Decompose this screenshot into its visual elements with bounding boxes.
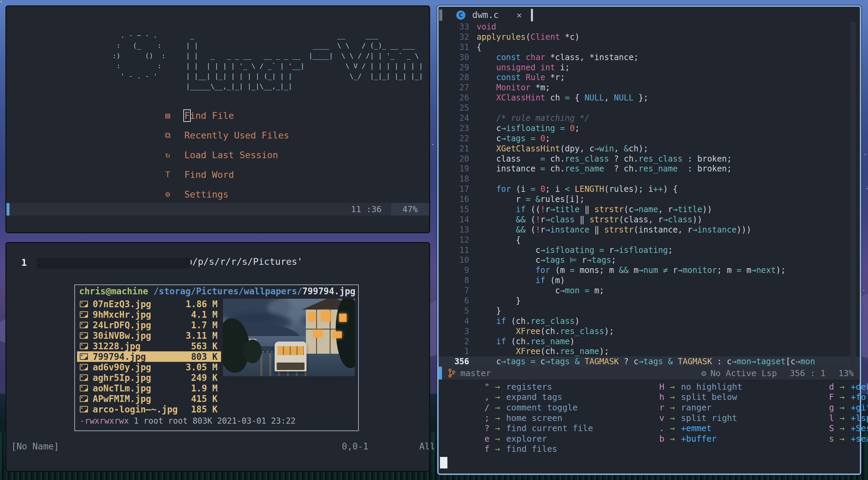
- menu-item-find-file[interactable]: ▤Find File: [162, 106, 289, 125]
- code-text: class = ch.res_class ? ch.res_class : br…: [477, 154, 732, 164]
- buffer-line-1[interactable]: 1: [6, 257, 27, 268]
- file-name: 24LrDFQ.jpg: [93, 320, 191, 330]
- menu-item-label: Find Word: [184, 169, 234, 180]
- scrollbar[interactable]: [850, 22, 856, 367]
- lsp-status: No Active Lsp: [710, 368, 777, 378]
- code-text: Monitor *m;: [477, 83, 550, 92]
- line-number: 17: [439, 184, 477, 194]
- file-row[interactable]: 30iNVBw.jpg3.11 M: [77, 330, 221, 341]
- image-file-icon: [80, 301, 88, 307]
- code-text: && (!r→instance ‖ strstr(instance, r→ins…: [477, 225, 751, 235]
- code-line: 10 c→tags ⊨ r→tags;: [439, 255, 860, 265]
- window-lunarvim-dashboard: . - ~ - . _ __ ___ : (_ : | | ____ \ \ /…: [5, 5, 430, 233]
- menu-item-label: Settings: [184, 189, 228, 200]
- file-row-selected[interactable]: 799794.jpg803 K: [77, 351, 221, 362]
- whichkey-label: ranger: [681, 403, 712, 412]
- image-file-icon: [80, 406, 88, 412]
- code-text: if ((!r→title ‖ strstr(c→name, r→title)): [477, 205, 712, 214]
- preview-lit-window: [332, 331, 342, 338]
- line-number: 33: [439, 22, 477, 32]
- menu-item-settings[interactable]: ⚙Settings: [162, 184, 289, 204]
- whichkey-key: ;: [439, 413, 490, 423]
- whichkey-label: +fold: [851, 392, 868, 402]
- file-size: 1.7 M: [191, 320, 221, 330]
- file-size: 249 K: [191, 373, 221, 383]
- code-text: }: [477, 306, 501, 316]
- file-row[interactable]: aghr5Ip.jpg249 K: [77, 372, 221, 383]
- code-line: 21 XGetClassHint(dpy, c→win, &ch);: [439, 144, 860, 154]
- lsp-icon: ⚙: [701, 368, 706, 378]
- file-icon: ▤: [162, 111, 173, 120]
- image-file-icon: [80, 374, 88, 381]
- file-row[interactable]: 31228.jpg563 K: [77, 341, 221, 351]
- file-name: ad6v90y.jpg: [93, 362, 186, 372]
- line-number: 10: [439, 255, 477, 265]
- preview-lit-window: [339, 314, 347, 322]
- file-row[interactable]: 9hMxcHr.jpg4.1 M: [77, 309, 221, 320]
- code-text: const char *class, *instance;: [477, 53, 639, 62]
- line-number: 14: [439, 215, 477, 224]
- image-file-icon: [80, 322, 88, 328]
- file-row[interactable]: 07nEzQ3.jpg1.86 M: [77, 299, 221, 309]
- menu-item-load-last-session[interactable]: ↻Load Last Session: [162, 145, 289, 165]
- code-text: c→isfloating = r→isfloating;: [477, 245, 673, 255]
- arrow-icon: →: [670, 392, 675, 402]
- preview-cable-car: [275, 341, 307, 371]
- file-row[interactable]: 24LrDFQ.jpg1.7 M: [77, 320, 221, 330]
- code-text: c→isfloating = 0;: [477, 124, 579, 133]
- whichkey-binding-expand-tags: ,→expand tags: [439, 392, 593, 403]
- line-number: 8: [439, 276, 477, 285]
- image-file-icon: [80, 364, 88, 370]
- arrow-icon: →: [839, 423, 845, 433]
- code-line: 4 if (ch.res_class): [439, 316, 860, 326]
- code-text: applyrules(Client *c): [477, 32, 579, 42]
- whichkey-key: ,: [439, 392, 490, 402]
- whichkey-label: find files: [506, 444, 557, 454]
- arrow-icon: →: [670, 423, 675, 433]
- whichkey-label: +git: [851, 403, 868, 412]
- menu-item-label: Recently Used Files: [184, 130, 289, 141]
- whichkey-label: +lsp: [851, 413, 868, 423]
- code-text: for (m = mons; m && m→num ≠ r→monitor; m…: [477, 265, 786, 275]
- tab-dwm-c[interactable]: C dwm.c ×: [456, 7, 522, 23]
- reload-icon: ↻: [162, 150, 173, 159]
- code-text: c→tags = 0;: [477, 134, 550, 143]
- image-file-icon: [80, 332, 88, 339]
- whichkey-key: g: [783, 403, 834, 412]
- file-row[interactable]: APwFMIM.jpg415 K: [77, 393, 221, 404]
- block-cursor: F: [184, 110, 190, 121]
- scroll-indicator: All: [419, 441, 435, 451]
- arrow-icon: →: [495, 423, 500, 433]
- code-area[interactable]: 33void32applyrules(Client *c)31{30 const…: [439, 22, 860, 367]
- code-line: 17 for (i = 0; i < LENGTH(rules); i++) {: [439, 184, 860, 194]
- c-language-icon: C: [456, 11, 465, 20]
- line-number: 20: [439, 154, 477, 164]
- menu-item-recently-used-files[interactable]: ⧉Recently Used Files: [162, 125, 289, 145]
- file-row[interactable]: aoNcTLm.jpg1.9 M: [77, 383, 221, 393]
- file-row[interactable]: arco-login—~.jpg185 K: [77, 404, 221, 414]
- file-name: 07nEzQ3.jpg: [93, 299, 186, 309]
- line-number: 11: [439, 245, 477, 255]
- menu-item-find-word[interactable]: TFind Word: [162, 165, 289, 184]
- file-size: 1.9 M: [191, 383, 221, 393]
- window-file-explorer: 2t///s/P//2/h/c/.l/s/n/s/p/p/s/r/r/s/Pic…: [5, 242, 430, 472]
- whichkey-key: S: [783, 423, 834, 433]
- code-line: 22 c→tags = 0;: [439, 133, 860, 144]
- file-size: 415 K: [191, 394, 221, 404]
- line-number: 5: [439, 306, 477, 316]
- whichkey-key: v: [613, 413, 664, 423]
- copy-icon: ⧉: [162, 131, 173, 140]
- code-text: /* rule matching */: [477, 113, 589, 123]
- git-branch-name: master: [460, 368, 491, 378]
- preview-lit-window: [313, 330, 322, 337]
- whichkey-binding--emmet: .→+emmet: [613, 423, 742, 433]
- window-code-editor: C dwm.c × 33void32applyrules(Client *c)3…: [437, 5, 861, 475]
- file-row[interactable]: ad6v90y.jpg3.05 M: [77, 362, 221, 372]
- statusline-accent-bar: [6, 203, 10, 216]
- whichkey-key: /: [439, 403, 490, 412]
- code-text: XFree(ch.res_name);: [477, 347, 609, 356]
- whichkey-binding--session: S→+Session: [783, 423, 868, 433]
- line-number: 25: [439, 103, 477, 113]
- code-line: 30 const char *class, *instance;: [439, 52, 860, 62]
- close-icon[interactable]: ×: [516, 10, 522, 20]
